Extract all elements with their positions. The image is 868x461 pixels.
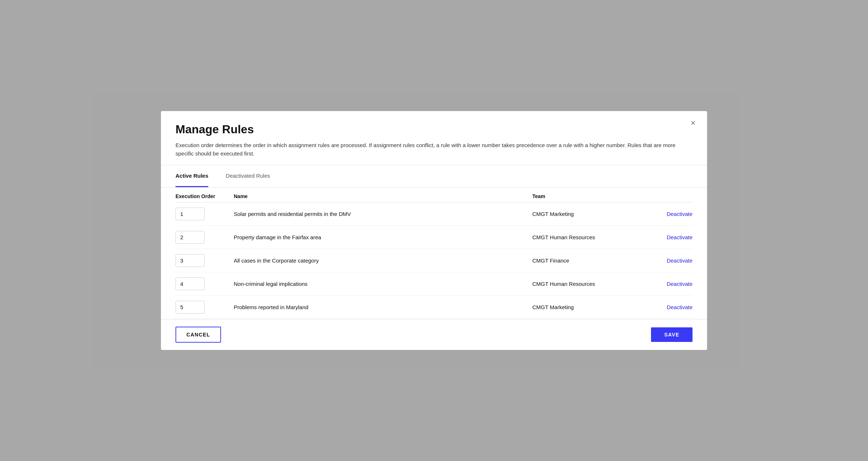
table-row: 1 Solar permits and residential permits …: [175, 202, 693, 226]
col-header-name: Name: [234, 193, 532, 199]
col-header-execution-order: Execution Order: [175, 193, 234, 199]
table-row: 5 Problems reported in Maryland CMGT Mar…: [175, 296, 693, 319]
cancel-button[interactable]: CANCEL: [175, 327, 221, 343]
order-cell: 5: [175, 301, 234, 314]
close-button[interactable]: ×: [688, 118, 698, 129]
table-row: 2 Property damage in the Fairfax area CM…: [175, 226, 693, 249]
action-cell: Deactivate: [634, 211, 693, 217]
name-cell: Problems reported in Maryland: [234, 304, 532, 310]
order-value: 4: [175, 277, 205, 290]
col-header-team: Team: [532, 193, 634, 199]
name-cell: All cases in the Corporate category: [234, 257, 532, 264]
order-value: 1: [175, 208, 205, 220]
order-cell: 1: [175, 208, 234, 220]
deactivate-button[interactable]: Deactivate: [667, 257, 693, 264]
order-value: 5: [175, 301, 205, 314]
action-cell: Deactivate: [634, 257, 693, 264]
col-header-action: [634, 193, 693, 199]
action-cell: Deactivate: [634, 304, 693, 311]
deactivate-button[interactable]: Deactivate: [667, 304, 693, 310]
order-value: 3: [175, 254, 205, 267]
tabs-container: Active Rules Deactivated Rules: [161, 165, 707, 188]
deactivate-button[interactable]: Deactivate: [667, 281, 693, 287]
table-rows-container: 1 Solar permits and residential permits …: [175, 202, 693, 319]
table-row: 4 Non-criminal legal implications CMGT H…: [175, 272, 693, 296]
save-button[interactable]: SAVE: [651, 327, 693, 342]
action-cell: Deactivate: [634, 234, 693, 241]
team-cell: CMGT Human Resources: [532, 234, 634, 240]
deactivate-button[interactable]: Deactivate: [667, 234, 693, 240]
tab-deactivated-rules[interactable]: Deactivated Rules: [226, 165, 270, 187]
modal-footer: CANCEL SAVE: [161, 319, 707, 350]
team-cell: CMGT Human Resources: [532, 281, 634, 287]
modal-description: Execution order determines the order in …: [175, 141, 693, 158]
team-cell: CMGT Marketing: [532, 211, 634, 217]
order-value: 2: [175, 231, 205, 244]
order-cell: 2: [175, 231, 234, 244]
team-cell: CMGT Marketing: [532, 304, 634, 310]
team-cell: CMGT Finance: [532, 257, 634, 264]
name-cell: Property damage in the Fairfax area: [234, 234, 532, 240]
modal-title: Manage Rules: [175, 123, 693, 136]
modal-header: Manage Rules Execution order determines …: [161, 111, 707, 165]
modal-overlay: Manage Rules Execution order determines …: [0, 0, 868, 461]
manage-rules-modal: Manage Rules Execution order determines …: [161, 111, 707, 350]
table-row: 3 All cases in the Corporate category CM…: [175, 249, 693, 272]
name-cell: Non-criminal legal implications: [234, 281, 532, 287]
name-cell: Solar permits and residential permits in…: [234, 211, 532, 217]
deactivate-button[interactable]: Deactivate: [667, 211, 693, 217]
modal-body: Execution Order Name Team 1 Solar permit…: [161, 188, 707, 319]
action-cell: Deactivate: [634, 281, 693, 287]
order-cell: 4: [175, 277, 234, 290]
order-cell: 3: [175, 254, 234, 267]
table-header: Execution Order Name Team: [175, 188, 693, 202]
tab-active-rules[interactable]: Active Rules: [175, 165, 208, 187]
